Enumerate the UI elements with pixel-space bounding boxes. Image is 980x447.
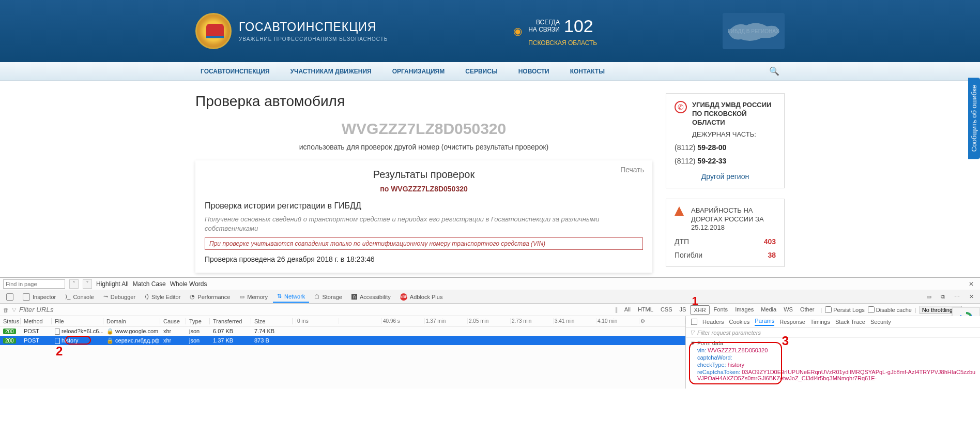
menu-item-4[interactable]: НОВОСТИ [518,68,549,75]
section-warning: При проверке учитываются совпадения толь… [205,237,643,250]
hotline-number: 102 [564,16,593,36]
region-label[interactable]: ПСКОВСКАЯ ОБЛАСТЬ [528,39,597,47]
annotation-marker-2: 2 [56,344,63,359]
type-media[interactable]: Media [758,305,779,315]
site-title: ГОСАВТОИНСПЕКЦИЯ [239,20,388,34]
detail-tab-stack[interactable]: Stack Trace [835,319,865,325]
main-menu: ГОСАВТОИНСПЕКЦИЯ УЧАСТНИКАМ ДВИЖЕНИЯ ОРГ… [0,62,980,81]
devtools-tabs: Inspector ⟩_Console ⤳Debugger ⟨⟩Style Ed… [0,290,980,304]
menu-item-1[interactable]: УЧАСТНИКАМ ДВИЖЕНИЯ [290,68,372,75]
type-js[interactable]: JS [677,305,690,315]
org-name: УГИБДД УМВД РОССИИ ПО ПСКОВСКОЙ ОБЛАСТИ [692,101,776,127]
type-fonts[interactable]: Fonts [711,305,731,315]
param-vin: vin: WVGZZZ7LZ8D050320 [697,347,976,353]
waterfall-header: 0 ms 40.96 s 1.37 min 2.05 min 2.73 min … [293,318,685,324]
type-all[interactable]: All [621,305,634,315]
detail-tab-response[interactable]: Response [779,319,805,325]
filter-url-input[interactable] [19,306,148,314]
site-header: ГОСАВТОИНСПЕКЦИЯ УВАЖЕНИЕ ПРОФЕССИОНАЛИЗ… [0,0,980,62]
type-other[interactable]: Other [797,305,818,315]
detail-tabs: Headers Cookies Params Response Timings … [686,316,980,327]
menu-item-0[interactable]: ГОСАВТОИНСПЕКЦИЯ [201,68,270,75]
clear-button[interactable]: 🗑 [3,307,9,313]
devtools-close-icon[interactable]: ✕ [965,291,978,302]
section-description: Получение основных сведений о транспортн… [205,215,643,233]
results-subtitle: по WVGZZZ7LZ8D050320 [205,185,643,193]
vin-hint[interactable]: использовать для проверок другой номер (… [195,143,652,151]
type-css[interactable]: CSS [657,305,676,315]
regions-map-label: ГИБДД В РЕГИОНАХ [728,28,779,34]
match-case-toggle[interactable]: Match Case [133,280,166,288]
form-data-section[interactable]: ▼ Form data [690,340,976,346]
eye-icon[interactable]: ◉ [513,25,522,37]
tab-adblock[interactable]: ABPAdblock Plus [396,291,447,303]
stat-row-1: Погибли38 [675,251,776,259]
detail-tab-timings[interactable]: Timings [810,319,830,325]
stat-row-0: ДТП403 [675,237,776,246]
feedback-tab[interactable]: Сообщить об ошибке [968,78,980,159]
file-icon [55,338,60,344]
logo-block[interactable]: ГОСАВТОИНСПЕКЦИЯ УВАЖЕНИЕ ПРОФЕССИОНАЛИЗ… [195,13,388,49]
filter-icon[interactable]: ▽ [12,306,16,313]
find-in-page-bar: ˄ ˅ Highlight All Match Case Whole Words… [0,278,980,290]
persist-logs-checkbox[interactable]: Persist Logs [825,306,865,313]
request-type-tabs: All HTML CSS JS XHR Fonts Images Media W… [621,305,818,315]
devtools-options-icon[interactable]: ⋯ [950,291,964,302]
toggle-sidebar-icon[interactable] [691,319,697,325]
menu-item-5[interactable]: КОНТАКТЫ [570,68,605,75]
detail-tab-security[interactable]: Security [870,319,891,325]
site-tagline: УВАЖЕНИЕ ПРОФЕССИОНАЛИЗМ БЕЗОПАСНОСТЬ [239,36,388,42]
responsive-mode-icon[interactable]: ▭ [922,291,936,302]
page-title: Проверка автомобиля [195,93,652,110]
stats-box: АВАРИЙНОСТЬ НА ДОРОГАХ РОССИИ ЗА 25.12.2… [666,199,785,267]
detail-tab-cookies[interactable]: Cookies [729,319,750,325]
hotline-block: ◉ ВСЕГДА НА СВЯЗИ 102 ПСКОВСКАЯ ОБЛАСТЬ [513,16,597,47]
section-title: Проверка истории регистрации в ГИБДД [205,201,643,211]
print-link[interactable]: Печать [620,166,644,174]
inspector-picker-icon[interactable] [2,291,18,303]
vin-display: WVGZZZ7LZ8D050320 [195,120,652,138]
request-row-0[interactable]: 200 POST reload?k=6Lc6... 🔒 www.google.c… [0,326,685,336]
detail-tab-headers[interactable]: Headers [702,319,724,325]
request-detail-panel: Headers Cookies Params Response Timings … [685,316,980,389]
tab-performance[interactable]: ◔Performance [186,291,234,302]
request-row-1[interactable]: 200 POST history 🔒 сервис.гибдд.рф xhr j… [0,336,685,345]
find-close-button[interactable]: ✕ [966,280,977,288]
type-images[interactable]: Images [732,305,757,315]
other-region-link[interactable]: Другой регион [675,172,776,181]
cone-icon [675,206,684,216]
highlight-all-toggle[interactable]: Highlight All [96,280,129,288]
search-icon[interactable]: 🔍 [769,66,779,76]
menu-item-2[interactable]: ОРГАНИЗАЦИЯМ [392,68,445,75]
results-card: Печать Результаты проверок по WVGZZZ7LZ8… [195,160,652,273]
lock-icon: 🔒 [106,328,114,334]
type-xhr[interactable]: XHR [690,305,709,315]
phone-2: (8112) 59-22-33 [675,157,776,165]
devtools-dock-icon[interactable]: ⧉ [937,291,949,302]
page-body: Проверка автомобиля WVGZZZ7LZ8D050320 ис… [0,81,980,277]
detail-tab-params[interactable]: Params [755,318,774,326]
tab-debugger[interactable]: ⤳Debugger [99,291,140,302]
tab-memory[interactable]: ▭Memory [235,291,272,302]
tab-accessibility[interactable]: 🅰Accessibility [347,292,395,302]
phone-1: (8112) 59-28-00 [675,143,776,152]
find-prev-button[interactable]: ˄ [69,279,79,289]
regions-map-button[interactable]: ГИБДД В РЕГИОНАХ [723,13,785,49]
menu-item-3[interactable]: СЕРВИСЫ [465,68,497,75]
tab-inspector[interactable]: Inspector [19,291,60,303]
tab-network[interactable]: ⇅Network [273,291,309,303]
find-next-button[interactable]: ˅ [83,279,92,289]
type-ws[interactable]: WS [780,305,796,315]
tab-style-editor[interactable]: ⟨⟩Style Editor [141,291,185,302]
whole-words-toggle[interactable]: Whole Words [170,280,207,288]
phone-icon: ✆ [675,101,687,113]
tab-console[interactable]: ⟩_Console [61,291,98,302]
find-input[interactable] [3,279,65,289]
disable-cache-checkbox[interactable]: Disable cache [868,306,912,313]
section-date: Проверка проведена 26 декабря 2018 г. в … [205,255,643,263]
pause-icon[interactable]: ‖ [615,306,618,313]
detail-filter[interactable]: ▽Filter request parameters [686,327,980,338]
contact-box: ✆ УГИБДД УМВД РОССИИ ПО ПСКОВСКОЙ ОБЛАСТ… [666,93,785,188]
tab-storage[interactable]: ☖Storage [310,291,346,302]
type-html[interactable]: HTML [635,305,656,315]
